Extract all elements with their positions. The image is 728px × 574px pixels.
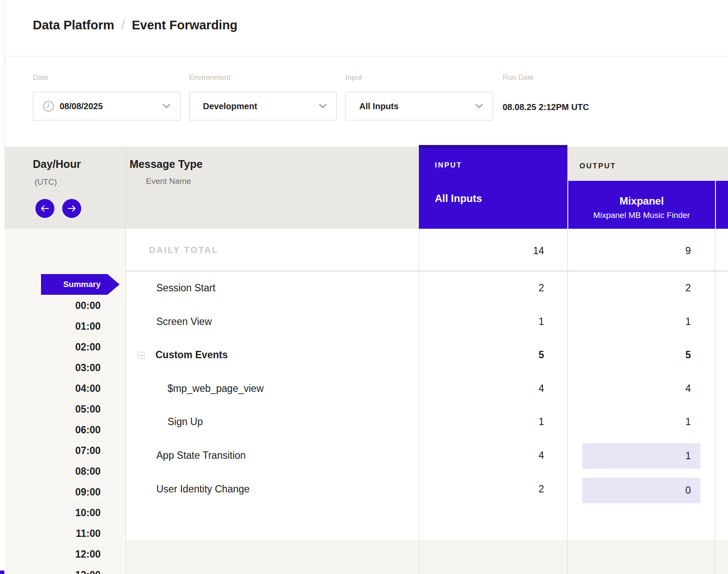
input-filter-label: Input (345, 73, 362, 82)
summary-row-selector[interactable]: Summary (41, 274, 120, 295)
environment-filter-label: Environment (189, 73, 230, 82)
hour-row[interactable]: 09:00 (26, 486, 101, 498)
daily-total-label: DAILY TOTAL (149, 245, 218, 255)
cell-input: 1 (484, 416, 544, 428)
divider (126, 147, 126, 574)
event-forwarding-page: Data Platform/Event Forwarding Date Envi… (0, 0, 728, 574)
input-column-accent-strip (419, 145, 567, 148)
event-name-screen-view: Screen View (156, 316, 212, 328)
page-title: Event Forwarding (132, 18, 237, 32)
event-name-mp-web-page-view: $mp_web_page_view (168, 383, 264, 394)
event-name-session-start: Session Start (156, 282, 215, 294)
clock-icon (43, 101, 54, 112)
cell-input: 1 (484, 316, 544, 328)
hour-row[interactable]: 04:00 (26, 383, 101, 394)
hour-row[interactable]: 05:00 (26, 404, 101, 415)
date-select-value: 08/08/2025 (60, 101, 103, 111)
message-type-column-subtitle: Event Name (146, 177, 191, 186)
hour-row[interactable]: 01:00 (26, 321, 101, 332)
daily-total-input-value: 14 (484, 245, 544, 257)
cell-output: 1 (630, 416, 691, 428)
run-date-label: Run Date (503, 73, 534, 82)
minus-square-icon[interactable] (137, 352, 145, 359)
output-column-header-next-partial (715, 181, 728, 229)
cell-input: 2 (484, 282, 544, 294)
cell-input: 4 (484, 450, 544, 461)
hour-row[interactable]: 00:00 (26, 300, 101, 312)
hour-row[interactable]: 08:00 (26, 466, 101, 477)
environment-select[interactable]: Development (189, 92, 337, 120)
cell-output: 0 (582, 478, 700, 503)
breadcrumb: Data Platform/Event Forwarding (33, 17, 237, 33)
environment-select-value: Development (203, 101, 257, 111)
chevron-down-icon (319, 102, 327, 110)
hour-row[interactable]: 07:00 (26, 445, 101, 457)
output-column-name: Mixpanel (568, 195, 715, 207)
next-day-button[interactable] (62, 199, 81, 218)
breadcrumb-section[interactable]: Data Platform (33, 18, 114, 32)
arrow-left-icon (40, 205, 50, 212)
day-hour-column-subtitle: (UTC) (35, 177, 57, 187)
divider (567, 229, 568, 574)
output-group-label: OUTPUT (579, 162, 616, 170)
hour-row[interactable]: 06:00 (26, 424, 101, 436)
input-select-value: All Inputs (359, 101, 399, 111)
hour-row[interactable]: 12:00 (26, 549, 101, 560)
chevron-down-icon (162, 102, 171, 110)
event-name-custom-events: Custom Events (155, 349, 228, 361)
date-filter-label: Date (33, 73, 48, 82)
scroll-indicator (0, 571, 4, 574)
divider (126, 271, 728, 271)
cell-output: 1 (630, 316, 691, 328)
hour-row[interactable]: 03:00 (26, 362, 101, 374)
cell-output: 4 (630, 383, 691, 394)
breadcrumb-bar: Data Platform/Event Forwarding (5, 0, 728, 57)
output-column-subtitle: Mixpanel MB Music Finder (568, 211, 715, 220)
cell-output: 5 (630, 349, 691, 361)
hour-row[interactable]: 02:00 (26, 341, 101, 353)
arrow-right-icon (67, 205, 76, 212)
cell-output: 2 (630, 282, 691, 294)
day-pager (35, 199, 81, 218)
highlighted-output-cell: 1 (582, 443, 700, 469)
cell-input: 2 (484, 483, 544, 495)
breadcrumb-separator: / (121, 18, 125, 33)
output-column-header-mixpanel[interactable]: Mixpanel Mixpanel MB Music Finder (567, 181, 715, 229)
divider (715, 229, 715, 574)
cell-output: 1 (582, 443, 700, 469)
input-column-header[interactable]: INPUT All Inputs (419, 145, 567, 229)
run-date-value: 08.08.25 2:12PM UTC (503, 102, 589, 112)
table-footer-area (126, 540, 728, 574)
event-name-sign-up: Sign Up (168, 416, 203, 428)
hour-row[interactable]: 11:00 (26, 528, 101, 539)
chevron-down-icon (475, 102, 483, 110)
input-select[interactable]: All Inputs (345, 92, 493, 120)
date-select[interactable]: 08/08/2025 (33, 92, 180, 120)
hour-row[interactable]: 13:00 (26, 569, 101, 574)
cell-input: 4 (484, 383, 544, 394)
day-hour-column-title: Day/Hour (33, 158, 81, 170)
event-name-app-state-transition: App State Transition (156, 450, 246, 461)
divider (419, 229, 419, 574)
daily-total-output-value: 9 (630, 245, 691, 257)
highlighted-output-cell: 0 (582, 478, 700, 503)
event-name-user-identity-change: User Identity Change (156, 483, 250, 495)
hour-row[interactable]: 10:00 (26, 507, 101, 519)
message-type-column-title: Message Type (130, 158, 203, 170)
input-group-label: INPUT (435, 161, 462, 170)
input-column-name: All Inputs (435, 192, 482, 205)
previous-day-button[interactable] (35, 199, 54, 218)
cell-input: 5 (484, 349, 544, 361)
